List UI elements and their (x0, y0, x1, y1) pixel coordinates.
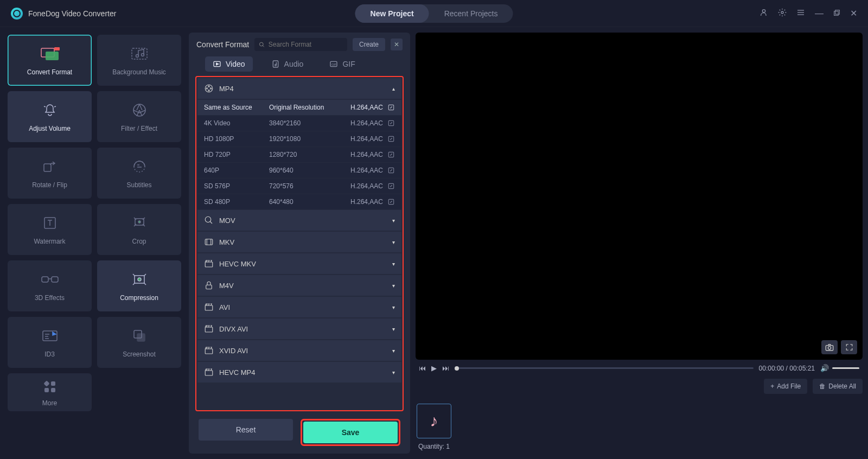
format-row[interactable]: Same as Source Original Resolution H.264… (197, 100, 401, 115)
close-button[interactable]: ✕ (850, 8, 857, 18)
edit-icon[interactable] (387, 104, 395, 111)
edit-icon[interactable] (387, 119, 395, 127)
svg-point-40 (208, 90, 209, 91)
gear-icon[interactable] (778, 8, 787, 18)
format-group-mov[interactable]: MOV ▾ (197, 210, 401, 231)
tool-screenshot[interactable]: Screenshot (97, 317, 181, 368)
tool-crop[interactable]: Crop (97, 204, 181, 255)
delete-all-button[interactable]: 🗑Delete All (813, 379, 863, 394)
format-row[interactable]: 640P 960*640 H.264,AAC (197, 163, 401, 178)
file-thumbnail[interactable]: ♪ Quantity: 1 (417, 404, 451, 450)
preview-video[interactable] (416, 33, 863, 360)
search-input[interactable] (269, 41, 343, 48)
volume-slider[interactable] (832, 367, 859, 369)
compress-icon (131, 270, 148, 289)
tab-recent-projects[interactable]: Recent Projects (429, 4, 513, 23)
reel-icon (204, 84, 214, 93)
maximize-button[interactable] (833, 9, 840, 18)
create-button[interactable]: Create (353, 38, 385, 51)
rotate-icon (42, 157, 58, 176)
svg-point-21 (138, 278, 141, 281)
svg-rect-55 (206, 285, 212, 289)
tool-filter-effect[interactable]: Filter / Effect (97, 91, 181, 142)
format-row[interactable]: HD 1080P 1920*1080 H.264,AAC (197, 131, 401, 146)
format-panel: Convert Format Create ✕ Video Audio GIF … (189, 33, 410, 454)
format-row[interactable]: HD 720P 1280*720 H.264,AAC (197, 147, 401, 162)
format-tab-audio[interactable]: Audio (264, 56, 311, 72)
tool-background-music[interactable]: Background Music (97, 35, 181, 86)
svg-marker-32 (216, 63, 219, 65)
svg-rect-9 (54, 47, 60, 50)
more-grid-icon (43, 378, 56, 396)
format-row[interactable]: SD 576P 720*576 H.264,AAC (197, 178, 401, 194)
app-logo: FoneDog Video Converter (11, 8, 116, 20)
tool-more[interactable]: More (8, 373, 92, 411)
svg-point-41 (206, 88, 207, 89)
format-group-avi[interactable]: AVI ▾ (197, 297, 401, 317)
user-icon[interactable] (760, 8, 768, 18)
prev-button[interactable]: ⏮ (419, 364, 426, 372)
clapper-icon (204, 259, 214, 269)
tool-3d-effects[interactable]: 3D Effects (8, 260, 92, 311)
fullscreen-button[interactable] (841, 340, 857, 354)
tool-label: 3D Effects (35, 294, 65, 302)
tool-label: Background Music (112, 68, 166, 76)
close-panel-button[interactable]: ✕ (391, 39, 403, 50)
svg-rect-8 (46, 52, 59, 60)
svg-rect-59 (205, 371, 213, 375)
tool-label: ID3 (44, 350, 55, 358)
subtitle-icon (132, 157, 147, 176)
volume-icon[interactable]: 🔊 (820, 364, 829, 372)
tool-adjust-volume[interactable]: Adjust Volume (8, 91, 92, 142)
tool-watermark[interactable]: Watermark (8, 204, 92, 255)
format-tab-gif[interactable]: GIF GIF (322, 56, 362, 72)
chevron-down-icon: ▾ (392, 261, 395, 267)
add-file-button[interactable]: +Add File (764, 379, 807, 394)
edit-icon[interactable] (387, 167, 395, 174)
format-group-m4v[interactable]: M4V ▾ (197, 275, 401, 296)
format-group-divx-avi[interactable]: DIVX AVI ▾ (197, 318, 401, 339)
minimize-button[interactable]: — (815, 9, 824, 18)
tool-label: Watermark (34, 238, 65, 245)
edit-icon[interactable] (387, 198, 395, 206)
camera-button[interactable] (821, 340, 838, 354)
tool-subtitles[interactable]: Subtitles (97, 148, 181, 199)
tool-id3[interactable]: ID3 (8, 317, 92, 368)
play-button[interactable]: ▶ (431, 364, 437, 372)
tool-label: Subtitles (126, 181, 151, 189)
save-button[interactable]: Save (303, 422, 398, 443)
music-icon (131, 44, 148, 63)
format-row[interactable]: SD 480P 640*480 H.264,AAC (197, 194, 401, 209)
format-list[interactable]: MP4 ▴ Same as Source Original Resolution… (195, 76, 404, 411)
progress-slider[interactable] (455, 367, 754, 369)
tab-new-project[interactable]: New Project (355, 4, 429, 23)
search-input-wrap[interactable] (254, 38, 347, 51)
tool-convert-format[interactable]: Convert Format (8, 35, 92, 86)
crop-icon (132, 214, 147, 232)
edit-icon[interactable] (387, 135, 395, 143)
svg-point-61 (828, 347, 831, 349)
audio-icon (271, 60, 280, 68)
svg-rect-28 (51, 388, 55, 392)
tool-rotate-flip[interactable]: Rotate / Flip (8, 148, 92, 199)
format-row[interactable]: 4K Video 3840*2160 H.264,AAC (197, 116, 401, 131)
menu-icon[interactable] (796, 8, 805, 18)
logo-icon (11, 8, 23, 20)
lock-icon (204, 280, 214, 290)
format-tab-video[interactable]: Video (205, 56, 253, 72)
format-group-mkv[interactable]: MKV ▾ (197, 232, 401, 252)
tool-compression[interactable]: Compression (97, 260, 181, 311)
format-group-hevc-mkv[interactable]: HEVC MKV ▾ (197, 253, 401, 274)
edit-icon[interactable] (387, 151, 395, 158)
reset-button[interactable]: Reset (199, 419, 293, 441)
tool-label: Compression (120, 294, 158, 302)
titlebar: FoneDog Video Converter New Project Rece… (0, 0, 868, 27)
format-group-xvid-avi[interactable]: XVID AVI ▾ (197, 340, 401, 361)
edit-icon[interactable] (387, 182, 395, 190)
next-button[interactable]: ⏭ (442, 364, 449, 372)
format-group-mp4[interactable]: MP4 ▴ (197, 78, 401, 99)
chevron-down-icon: ▾ (392, 239, 395, 245)
format-group-hevc-mp4[interactable]: HEVC MP4 ▾ (197, 362, 401, 382)
clapper-icon (204, 302, 214, 312)
svg-line-50 (210, 221, 212, 224)
